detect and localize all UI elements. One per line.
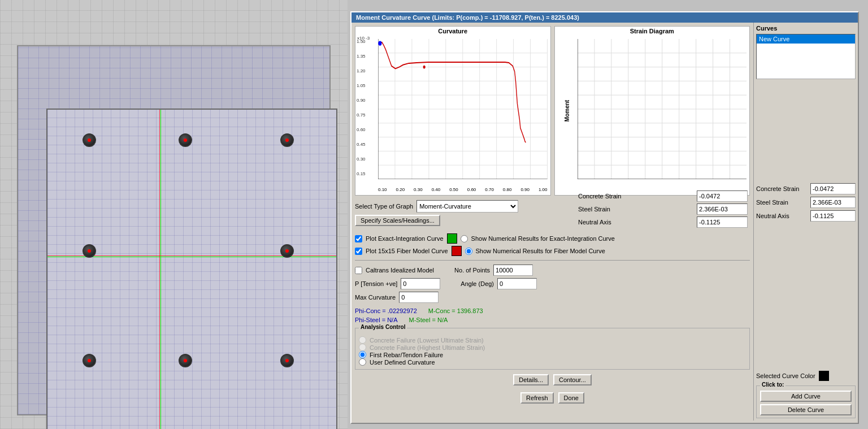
canvas-area <box>0 0 348 429</box>
moment-axis-label: Moment <box>563 100 570 122</box>
analysis-label-1: Concrete Failure (Lowest Ultimate Strain… <box>370 337 484 344</box>
add-curve-button[interactable]: Add Curve <box>760 391 852 402</box>
neutral-axis-input[interactable] <box>697 216 748 228</box>
curves-list[interactable]: New Curve <box>756 34 856 79</box>
strain-svg <box>578 39 747 179</box>
analysis-radio-1 <box>359 336 366 344</box>
analysis-opt3: First Rebar/Tendon Failure <box>359 351 746 358</box>
rebar-2 <box>179 133 192 147</box>
analysis-radio-4[interactable] <box>359 358 366 366</box>
steel-strain-row: Steel Strain <box>756 197 856 208</box>
plot-exact-checkbox[interactable] <box>355 235 362 242</box>
graph-type-label: Select Type of Graph <box>355 203 413 210</box>
p-tension-input[interactable] <box>401 278 440 289</box>
analysis-opt1: Concrete Failure (Lowest Ultimate Strain… <box>359 336 746 344</box>
scales-button[interactable]: Specify Scales/Headings... <box>355 215 440 226</box>
svg-point-22 <box>423 66 426 69</box>
plot-fiber-checkbox[interactable] <box>355 248 362 255</box>
contour-button[interactable]: Contour... <box>553 374 592 385</box>
exact-color-swatch <box>447 233 457 244</box>
neutral-axis-r[interactable] <box>810 210 856 222</box>
p-tension-label: P [Tension +ve] <box>355 280 397 287</box>
steel-strain-r[interactable] <box>810 197 856 208</box>
m-steel-label: M-Steel = N/A <box>409 317 448 323</box>
analysis-control-group: Analysis Control Concrete Failure (Lowes… <box>355 328 750 370</box>
canvas-inner <box>17 45 331 415</box>
concrete-strain-r[interactable] <box>810 183 856 194</box>
analysis-radio-3[interactable] <box>359 351 366 358</box>
rebar-4 <box>83 244 96 258</box>
concrete-strain-label: Concrete Strain <box>578 193 693 200</box>
done-button[interactable]: Done <box>558 392 584 404</box>
neutral-axis-row: Neutral Axis <box>756 210 856 222</box>
max-curv-label: Max Curvature <box>355 294 396 301</box>
phi-m-row: Phi-Conc = .02292972 M-Conc = 1396.873 <box>355 307 750 314</box>
chart-area: Curvature x10 -3 <box>351 23 753 421</box>
curves-label: Curves <box>756 25 856 32</box>
neutral-axis-label: Neutral Axis <box>578 219 693 226</box>
charts-row: Curvature x10 -3 <box>355 26 750 196</box>
panel-title: Moment Curvature Curve (Limits: P(comp.)… <box>351 12 858 23</box>
rebar-8 <box>280 354 294 367</box>
curvature-svg <box>378 39 548 179</box>
concrete-strain-label-r: Concrete Strain <box>756 185 799 192</box>
analysis-label-4: User Defined Curvature <box>370 359 435 366</box>
analysis-opt4: User Defined Curvature <box>359 358 746 366</box>
curve-item-0[interactable]: New Curve <box>757 34 855 44</box>
concrete-strain-row: Concrete Strain <box>756 183 856 194</box>
no-points-label: No. of Points <box>454 267 490 274</box>
fiber-color-swatch <box>452 246 462 256</box>
neutral-axis-label-r: Neutral Axis <box>756 213 789 219</box>
strain-fields-section: Concrete Strain Steel Strain Neutral Axi… <box>578 190 748 229</box>
analysis-label-2: Concrete Failure (Highest Ultimate Strai… <box>370 344 485 351</box>
details-button[interactable]: Details... <box>513 374 549 385</box>
delete-curve-button[interactable]: Delete Curve <box>760 404 852 415</box>
x-labels: 0.100.200.300.400.500.600.700.800.901.00 <box>378 187 548 192</box>
canvas-section <box>46 109 337 429</box>
analysis-radio-2 <box>359 344 366 351</box>
plot-fiber-label: Plot 15x15 Fiber Model Curve <box>366 248 448 254</box>
refresh-done-row: Refresh Done <box>355 390 750 406</box>
analysis-label: Analysis Control <box>359 324 407 330</box>
phi-conc-label: Phi-Conc = .02292972 <box>355 307 417 314</box>
main-panel: Moment Curvature Curve (Limits: P(comp.)… <box>350 11 859 424</box>
steel-strain-input[interactable] <box>697 203 748 215</box>
concrete-strain-input[interactable] <box>697 190 748 202</box>
analysis-label-3: First Rebar/Tendon Failure <box>370 352 443 358</box>
steel-strain-label: Steel Strain <box>578 206 693 213</box>
graph-type-select[interactable]: Moment-Curvature Moment-Angle Moment-Def… <box>416 200 518 213</box>
caltrans-label: Caltrans Idealized Model <box>366 267 434 274</box>
right-sidebar: Curves New Curve Concrete Strain Steel S… <box>753 23 858 421</box>
show-fiber-label: Show Numerical Results for Fiber Model C… <box>476 248 605 254</box>
title-text: Moment Curvature Curve (Limits: P(comp.)… <box>356 14 579 21</box>
bottom-buttons-row: Details... Contour... <box>355 372 750 388</box>
analysis-opt2: Concrete Failure (Highest Ultimate Strai… <box>359 344 746 351</box>
angle-label: Angle (Deg) <box>461 280 494 287</box>
click-to-group: Click to: Add Curve Delete Curve <box>756 385 856 418</box>
strain-diagram-chart: Strain Diagram Moment <box>554 26 750 196</box>
p-tension-row: P [Tension +ve] Angle (Deg) <box>355 278 750 289</box>
curvature-chart-title: Curvature <box>355 27 550 36</box>
show-fiber-radio[interactable] <box>465 248 472 255</box>
crosshair-red-v <box>159 110 160 429</box>
plot-exact-label: Plot Exact-Integration Curve <box>366 235 444 242</box>
refresh-button[interactable]: Refresh <box>520 392 554 404</box>
no-points-input[interactable] <box>493 265 533 276</box>
strain-right-fields: Concrete Strain Steel Strain Neutral Axi… <box>756 183 856 222</box>
rebar-6 <box>83 354 96 367</box>
divider-1 <box>355 260 750 261</box>
m-conc-label: M-Conc = 1396.873 <box>428 307 483 314</box>
max-curvature-row: Max Curvature <box>355 292 750 303</box>
svg-point-21 <box>379 41 381 46</box>
angle-input[interactable] <box>497 278 537 289</box>
max-curv-input[interactable] <box>399 292 439 303</box>
rebar-5 <box>280 244 294 258</box>
caltrans-checkbox[interactable] <box>355 267 362 274</box>
plot-fiber-row: Plot 15x15 Fiber Model Curve Show Numeri… <box>355 246 750 256</box>
rebar-7 <box>179 354 192 367</box>
rebar-1 <box>83 133 96 147</box>
selected-curve-color-label: Selected Curve Color <box>756 372 815 379</box>
show-exact-radio[interactable] <box>461 235 468 242</box>
phi-steel-label: Phi-Steel = N/A <box>355 317 398 323</box>
curvature-chart: Curvature x10 -3 <box>355 26 551 196</box>
